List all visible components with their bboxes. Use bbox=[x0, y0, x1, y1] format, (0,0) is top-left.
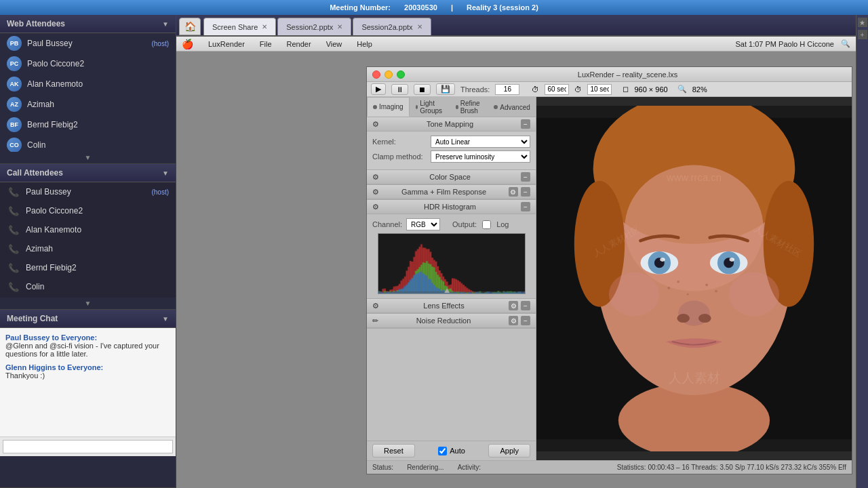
call-attendees-header[interactable]: Call Attendees ▼ bbox=[0, 164, 176, 182]
menu-luxrender[interactable]: LuxRender bbox=[205, 40, 248, 48]
svg-point-24 bbox=[729, 272, 779, 317]
tab-close-icon[interactable]: ✕ bbox=[337, 23, 342, 30]
lens-settings[interactable]: ⚙ bbox=[509, 301, 518, 310]
lens-title: Lens Effects bbox=[423, 302, 464, 310]
web-attendees-header[interactable]: Web Attendees ▼ bbox=[0, 15, 176, 33]
attendee-bernd[interactable]: BF Bernd Fiebig2 bbox=[0, 115, 176, 135]
call-bernd[interactable]: 📞 Bernd Fiebig2 bbox=[0, 258, 176, 277]
toolbar-save[interactable]: 💾 bbox=[436, 83, 455, 95]
menu-file[interactable]: File bbox=[257, 40, 275, 48]
minimize-button[interactable] bbox=[384, 70, 393, 79]
toolbar-pause[interactable]: ⏸ bbox=[391, 84, 408, 95]
color-space-header[interactable]: ⚙ Color Space − bbox=[367, 170, 536, 184]
threads-input[interactable] bbox=[495, 84, 519, 95]
favorites-button[interactable]: ★ bbox=[858, 18, 867, 27]
toolbar-stop[interactable]: ⏹ bbox=[414, 84, 431, 95]
menu-help[interactable]: Help bbox=[354, 40, 375, 48]
clamp-select[interactable]: Preserve luminosity bbox=[431, 150, 530, 163]
auto-label: Auto bbox=[450, 447, 465, 455]
lux-tab-light-groups[interactable]: Light Groups bbox=[410, 97, 450, 117]
noise-settings[interactable]: ⚙ bbox=[509, 316, 518, 325]
attendee-avatar: CO bbox=[7, 138, 22, 152]
log-checkbox[interactable] bbox=[482, 220, 491, 229]
maximize-button[interactable] bbox=[397, 70, 405, 79]
hdr-histogram-header[interactable]: ⚙ HDR Histogram − bbox=[367, 200, 536, 214]
call-attendees-scroll-down[interactable]: ▼ bbox=[0, 298, 176, 309]
menu-render[interactable]: Render bbox=[284, 40, 314, 48]
apple-icon[interactable]: 🍎 bbox=[182, 39, 193, 49]
lux-tab-refine-brush[interactable]: Refine Brush bbox=[450, 97, 488, 117]
call-icon-connected: 📞 bbox=[7, 223, 20, 237]
attendee-name: Alan Kanemoto bbox=[27, 79, 169, 89]
reset-button[interactable]: Reset bbox=[372, 444, 415, 458]
call-attendees-title: Call Attendees bbox=[7, 168, 63, 178]
tone-mapping-body: Kernel: Auto Linear Clamp method: P bbox=[367, 131, 536, 169]
attendee-colin[interactable]: CO Colin bbox=[0, 135, 176, 152]
attendee-paul-bussey[interactable]: PB Paul Bussey (host) bbox=[0, 33, 176, 54]
noise-reduction-header[interactable]: ✏ Noise Reduction ⚙ − bbox=[367, 314, 536, 328]
tab-bar: 🏠 Screen Share ✕ Session2.pptx ✕ Session… bbox=[176, 15, 856, 37]
close-button[interactable] bbox=[372, 70, 380, 79]
attendee-paolo[interactable]: PC Paolo Ciccone2 bbox=[0, 54, 176, 74]
call-attendees-list: 📞 Paul Bussey (host) 📞 Paolo Ciccone2 📞 … bbox=[0, 182, 176, 298]
call-paolo[interactable]: 📞 Paolo Ciccone2 bbox=[0, 201, 176, 220]
home-button[interactable]: 🏠 bbox=[179, 18, 201, 35]
gamma-settings[interactable]: ⚙ bbox=[509, 187, 518, 197]
tab-close-icon[interactable]: ✕ bbox=[262, 23, 267, 30]
gamma-collapse[interactable]: − bbox=[521, 187, 530, 197]
lens-effects-header[interactable]: ⚙ Lens Effects ⚙ − bbox=[367, 299, 536, 313]
gamma-header[interactable]: ⚙ Gamma + Film Response ⚙ − bbox=[367, 185, 536, 199]
gamma-title: Gamma + Film Response bbox=[401, 188, 486, 196]
svg-text:人人素材: 人人素材 bbox=[669, 371, 720, 385]
lux-tab-advanced[interactable]: Advanced bbox=[488, 97, 536, 117]
noise-collapse[interactable]: − bbox=[521, 316, 530, 325]
luxrender-body: Imaging Light Groups Refine Brush bbox=[367, 97, 852, 460]
lens-collapse[interactable]: − bbox=[521, 301, 530, 310]
tone-mapping-collapse[interactable]: − bbox=[521, 119, 530, 129]
tone-mapping-header[interactable]: ⚙ Tone Mapping − bbox=[367, 117, 536, 131]
tab-close-icon[interactable]: ✕ bbox=[417, 23, 422, 30]
auto-checkbox[interactable] bbox=[438, 447, 447, 455]
web-attendees-scroll-down[interactable]: ▼ bbox=[0, 152, 176, 163]
chat-text: Thankyou :) bbox=[5, 371, 170, 380]
channel-select[interactable]: RGB bbox=[406, 218, 440, 230]
apply-button[interactable]: Apply bbox=[488, 444, 530, 458]
auto-checkbox-row: Auto bbox=[438, 447, 465, 455]
hdr-collapse[interactable]: − bbox=[521, 202, 530, 211]
web-attendees-title: Web Attendees bbox=[7, 19, 65, 28]
lens-effects-section: ⚙ Lens Effects ⚙ − bbox=[367, 299, 536, 314]
mac-area: 🍎 LuxRender File Render View Help Sat 1:… bbox=[176, 37, 856, 488]
resolution-value: 960 × 960 bbox=[634, 85, 667, 94]
attendee-azimah[interactable]: AZ Azimah bbox=[0, 94, 176, 115]
web-attendees-arrow[interactable]: ▼ bbox=[162, 20, 169, 28]
expand-button[interactable]: + bbox=[858, 30, 867, 39]
call-attendees-section: Call Attendees ▼ 📞 Paul Bussey (host) 📞 … bbox=[0, 164, 176, 310]
attendee-alan[interactable]: AK Alan Kanemoto bbox=[0, 74, 176, 94]
luxrender-title: LuxRender – reality_scene.lxs bbox=[409, 70, 846, 79]
tab-session2a[interactable]: Session2a.pptx ✕ bbox=[353, 18, 431, 35]
tab-label: Imaging bbox=[379, 103, 403, 110]
lux-tab-imaging[interactable]: Imaging bbox=[367, 97, 410, 117]
svg-point-16 bbox=[677, 314, 690, 323]
attendee-avatar: BF bbox=[7, 117, 22, 132]
menu-view[interactable]: View bbox=[323, 40, 345, 48]
chat-input[interactable] bbox=[3, 440, 173, 453]
tab-screen-share[interactable]: Screen Share ✕ bbox=[203, 18, 276, 35]
meeting-chat-arrow[interactable]: ▼ bbox=[162, 315, 169, 323]
clamp-row: Clamp method: Preserve luminosity bbox=[372, 150, 530, 163]
call-alan[interactable]: 📞 Alan Kanemoto bbox=[0, 220, 176, 239]
call-colin[interactable]: 📞 Colin bbox=[0, 277, 176, 296]
call-paul[interactable]: 📞 Paul Bussey (host) bbox=[0, 182, 176, 201]
meeting-chat-header[interactable]: Meeting Chat ▼ bbox=[0, 310, 176, 328]
search-icon[interactable]: 🔍 bbox=[841, 39, 850, 48]
tab-dot bbox=[373, 105, 377, 109]
call-attendees-arrow[interactable]: ▼ bbox=[162, 169, 169, 177]
tab-session2[interactable]: Session2.pptx ✕ bbox=[277, 18, 351, 35]
kernel-select[interactable]: Auto Linear bbox=[431, 136, 530, 148]
toolbar-play[interactable]: ▶ bbox=[371, 83, 386, 95]
call-azimah[interactable]: 📞 Azimah bbox=[0, 239, 176, 258]
threads-label: Threads: bbox=[460, 85, 490, 94]
color-space-collapse[interactable]: − bbox=[521, 172, 530, 182]
time2-input[interactable] bbox=[587, 84, 612, 95]
time1-input[interactable] bbox=[545, 84, 569, 95]
